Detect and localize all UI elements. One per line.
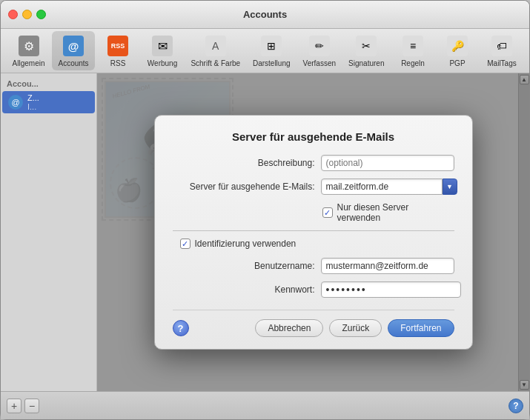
sidebar-item-account[interactable]: @ Z... I... [2, 91, 95, 113]
auth-row: ✓ Identifizierung verwenden [173, 239, 454, 249]
benutzername-input[interactable] [321, 258, 454, 274]
darstellung-label: Darstellung [253, 59, 291, 67]
regeln-label: Regeln [401, 59, 425, 67]
sidebar-account-sub: I... [27, 102, 39, 111]
server-input[interactable] [321, 179, 443, 195]
toolbar-accounts[interactable]: @ Accounts [52, 31, 95, 70]
fortfahren-button[interactable]: Fortfahren [388, 319, 454, 337]
modal-title: Server für ausgehende E-Mails [173, 130, 454, 143]
modal-help-button[interactable]: ? [173, 320, 189, 336]
benutzername-row: Benutzername: [173, 258, 454, 274]
account-icon: @ [8, 95, 23, 110]
pgp-label: PGP [449, 59, 465, 67]
kennwort-label: Kennwort: [173, 284, 321, 295]
allgemein-label: Allgemein [13, 59, 45, 67]
beschreibung-row: Beschreibung: [173, 155, 454, 171]
werbung-icon: ✉ [150, 34, 174, 58]
separator [173, 230, 454, 231]
server-row: Server für ausgehende E-Mails: ▼ [173, 179, 454, 195]
add-account-button[interactable]: + [7, 399, 21, 413]
sidebar-account-name: Z... [27, 93, 39, 102]
window-title: Accounts [243, 9, 287, 20]
minimize-button[interactable] [22, 10, 32, 19]
toolbar-regeln[interactable]: ≡ Regeln [391, 31, 434, 70]
benutzername-label: Benutzername: [173, 261, 321, 271]
nur-server-label: Nur diesen Server verwenden [337, 202, 454, 223]
verfassen-icon: ✏ [308, 34, 331, 58]
kennwort-input[interactable] [321, 281, 461, 298]
toolbar-darstellung[interactable]: ⊞ Darstellung [247, 31, 296, 70]
toolbar-schrift[interactable]: A Schrift & Farbe [185, 31, 245, 70]
auth-checkbox[interactable]: ✓ [180, 239, 191, 249]
server-dropdown-button[interactable]: ▼ [443, 179, 457, 195]
abbrechen-button[interactable]: Abbrechen [255, 319, 323, 337]
toolbar-pgp[interactable]: 🔑 PGP [436, 31, 479, 70]
titlebar: Accounts [1, 1, 529, 29]
signaturen-label: Signaturen [348, 59, 384, 67]
action-buttons: Abbrechen Zurück Fortfahren [255, 319, 454, 337]
zoom-button[interactable] [36, 10, 46, 19]
bottom-bar: + − ? [1, 391, 529, 419]
nur-server-checkbox[interactable]: ✓ [322, 207, 333, 218]
nur-server-row: ✓ Nur diesen Server verwenden [173, 202, 454, 223]
accounts-label: Accounts [58, 59, 88, 67]
modal-dialog: Server für ausgehende E-Mails Beschreibu… [154, 115, 473, 350]
toolbar-signaturen[interactable]: ✂ Signaturen [343, 31, 390, 70]
main-window: Accounts ⚙ Allgemein @ Accounts RSS RSS … [0, 0, 530, 420]
toolbar-werbung[interactable]: ✉ Werbung [141, 31, 184, 70]
sidebar-header: Accou... [1, 76, 96, 91]
zurueck-button[interactable]: Zurück [329, 319, 382, 337]
remove-account-button[interactable]: − [24, 399, 39, 413]
toolbar-rss[interactable]: RSS RSS [96, 31, 139, 70]
close-button[interactable] [8, 10, 18, 19]
help-button[interactable]: ? [509, 399, 523, 413]
toolbar-mailtags[interactable]: 🏷 MailTags [480, 31, 523, 70]
main-content: Accou... @ Z... I... 🦅 🍎 [1, 73, 529, 391]
werbung-label: Werbung [148, 59, 177, 67]
beschreibung-input[interactable] [321, 155, 454, 171]
toolbar-allgemein[interactable]: ⚙ Allgemein [7, 31, 50, 70]
allgemein-icon: ⚙ [17, 34, 41, 58]
toolbar: ⚙ Allgemein @ Accounts RSS RSS ✉ Werbung… [1, 29, 529, 73]
kennwort-row: Kennwort: [173, 281, 454, 298]
modal-buttons: ? Abbrechen Zurück Fortfahren [173, 310, 454, 337]
mailtags-icon: 🏷 [490, 34, 514, 58]
beschreibung-label: Beschreibung: [173, 158, 321, 168]
toolbar-verfassen[interactable]: ✏ Verfassen [297, 31, 342, 70]
modal-overlay: Server für ausgehende E-Mails Beschreibu… [97, 73, 529, 391]
darstellung-icon: ⊞ [259, 34, 283, 58]
rss-label: RSS [110, 59, 126, 67]
content-area: 🦅 🍎 HELLO FROM CUPERTINO ▲ ▼ [97, 73, 529, 391]
sidebar: Accou... @ Z... I... [1, 73, 97, 391]
server-select-wrapper: ▼ [321, 179, 457, 195]
schrift-label: Schrift & Farbe [191, 59, 240, 67]
mailtags-label: MailTags [487, 59, 516, 67]
auth-label: Identifizierung verwenden [195, 239, 297, 249]
pgp-icon: 🔑 [445, 34, 469, 58]
verfassen-label: Verfassen [303, 59, 336, 67]
regeln-icon: ≡ [401, 34, 425, 58]
rss-icon: RSS [106, 34, 130, 58]
accounts-icon: @ [62, 34, 85, 58]
window-controls [8, 10, 46, 19]
server-label: Server für ausgehende E-Mails: [173, 181, 321, 192]
schrift-icon: A [204, 34, 228, 58]
signaturen-icon: ✂ [354, 34, 378, 58]
